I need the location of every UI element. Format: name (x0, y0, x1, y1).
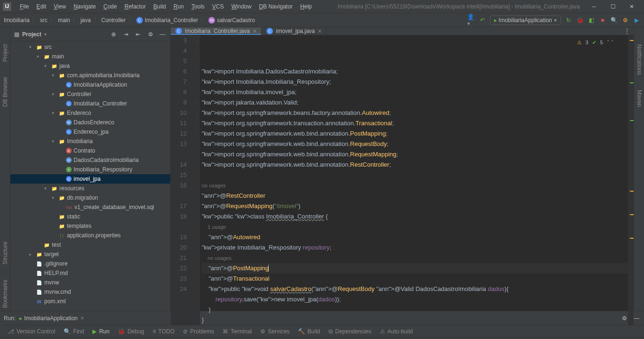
tree-item[interactable]: 📁templates (10, 221, 170, 231)
window-title: Imobiliaria [C:\Users\55219\Downloads\Wo… (338, 3, 585, 10)
menu-db-navigator[interactable]: DB Navigator (255, 3, 296, 10)
crumb-java[interactable]: java (81, 17, 91, 24)
project-panel: ▦ Project ▾ ⊕ ⇥ ⇤ ⚙ — ▾📁src▾📁main▾📁java▾… (10, 27, 171, 311)
bottom-tab-find[interactable]: 🔍Find (60, 325, 88, 337)
maximize-button[interactable]: ☐ (603, 0, 622, 13)
user-icon[interactable]: 👤▾ (467, 16, 475, 24)
tool-window-bookmarks[interactable]: Bookmarks (2, 277, 8, 311)
tree-item[interactable]: Cimovel_jpa (10, 174, 170, 184)
search-icon[interactable]: 🔍 (610, 16, 618, 24)
tool-window-structure[interactable]: Structure (2, 239, 8, 267)
panel-hide-icon[interactable]: — (159, 31, 166, 38)
tree-item[interactable]: ▾📁com.apiimobiliaria.Imobiliaria (10, 71, 170, 80)
tree-item[interactable]: CEndereco_jpa (10, 127, 170, 137)
bottom-tab-problems[interactable]: ⊘Problems (179, 325, 218, 337)
menu-tools[interactable]: Tools (188, 3, 208, 10)
bottom-tab-run[interactable]: ▶Run (89, 325, 113, 337)
run-config-selector[interactable]: ▸ ImobiliariaApplication ▾ (490, 16, 561, 25)
tree-item[interactable]: RDadosEndereco (10, 118, 170, 127)
menu-build[interactable]: Build (149, 3, 170, 10)
play-icon[interactable]: ▶ (633, 16, 640, 24)
tabs-menu-icon[interactable]: ⋮ (620, 27, 634, 35)
tree-item[interactable]: ▸📁target (10, 250, 170, 259)
bottom-tab-version-control[interactable]: ⎇Version Control (4, 325, 59, 337)
coverage-icon[interactable]: ◧ (587, 16, 595, 24)
crumb-imobiliaria[interactable]: Imobiliaria (4, 17, 30, 24)
menu-refactor[interactable]: Refactor (121, 3, 149, 10)
project-tree[interactable]: ▾📁src▾📁main▾📁java▾📁com.apiimobiliaria.Im… (10, 41, 170, 311)
tree-item[interactable]: 📄mvnw.cmd (10, 287, 170, 297)
tool-window-db-browser[interactable]: DB Browser (2, 74, 8, 110)
tree-item[interactable]: 📄mvnw (10, 278, 170, 287)
tree-item[interactable]: mpom.xml (10, 297, 170, 306)
panel-settings-icon[interactable]: ⚙ (147, 31, 154, 38)
marker-strip[interactable] (628, 35, 634, 325)
tool-window-notifications[interactable]: Notifications (636, 41, 643, 78)
menu-file[interactable]: File (16, 3, 33, 10)
tree-item[interactable]: RDadosCadastroImobiliaria (10, 155, 170, 165)
menu-bar: IJ FileEditViewNavigateCodeRefactorBuild… (0, 0, 644, 13)
tree-item[interactable]: 📄.gitignore (10, 259, 170, 268)
tab-close-icon[interactable]: × (253, 27, 256, 35)
undo-icon[interactable]: ↶ (479, 16, 486, 24)
debug-icon[interactable]: 🐞 (576, 16, 584, 24)
project-panel-title[interactable]: ▦ Project ▾ (14, 31, 47, 38)
tool-window-maven[interactable]: Maven (636, 87, 643, 110)
tree-item[interactable]: 📄HELP.md (10, 268, 170, 278)
tree-item[interactable]: SQLv1_create_database_imovel.sql (10, 202, 170, 212)
tree-item[interactable]: ▾📁src (10, 42, 170, 52)
collapse-icon[interactable]: ⇤ (134, 31, 142, 38)
menu-window[interactable]: Window (228, 3, 256, 10)
tool-window-project[interactable]: Project (2, 41, 8, 65)
menu-run[interactable]: Run (170, 3, 188, 10)
menu-code[interactable]: Code (99, 3, 121, 10)
minimize-button[interactable]: ─ (585, 0, 603, 13)
tree-item[interactable]: ▾📁Controller (10, 89, 170, 99)
bottom-tab-todo[interactable]: ≡TODO (149, 325, 178, 337)
menu-edit[interactable]: Edit (33, 3, 50, 10)
tree-item[interactable]: ▾📁Endereco (10, 108, 170, 118)
tree-item[interactable]: 📁test (10, 240, 170, 250)
bottom-tab-dependencies[interactable]: ⧉Dependencies (325, 325, 375, 337)
close-button[interactable]: ✕ (622, 0, 641, 13)
tree-item[interactable]: ▾📁main (10, 52, 170, 61)
run-panel-close-icon[interactable]: × (81, 315, 84, 322)
right-tool-strip: Notifications Maven (634, 27, 644, 311)
tree-item[interactable]: ▾📁db.migration (10, 193, 170, 202)
crumb-imobiliaria_controller[interactable]: CImobiliaria_Controller (136, 17, 198, 24)
tree-item[interactable]: CImobiliariaApplication (10, 80, 170, 89)
bottom-tab-terminal[interactable]: ⌘Terminal (219, 325, 256, 337)
run-icon[interactable]: ↻ (565, 16, 572, 24)
code-editor[interactable]: ⚠3 ✔5 ˄ ˅ "kw">import Imobiliaria.DadosC… (200, 35, 628, 325)
bottom-tab-debug[interactable]: 🐞Debug (114, 325, 148, 337)
tab-close-icon[interactable]: × (318, 27, 322, 35)
bottom-tab-auto-build[interactable]: ⚠Auto-build (376, 325, 417, 337)
locate-icon[interactable]: ⊕ (110, 31, 117, 38)
menu-help[interactable]: Help (297, 3, 316, 10)
tree-item[interactable]: ▾📁Imobiliaria (10, 137, 170, 146)
tree-item[interactable]: ⫶⫶application.properties (10, 231, 170, 240)
run-panel-hide-icon[interactable]: — (633, 315, 640, 322)
fold-gutter[interactable]: -- - ---- (194, 35, 200, 325)
tree-item[interactable]: CImobiliaria_Controller (10, 99, 170, 108)
settings-icon[interactable]: ⚙ (621, 16, 629, 24)
menu-vcs[interactable]: VCS (208, 3, 228, 10)
problems-badge[interactable]: ⚠3 ✔5 ˄ ˅ (577, 37, 614, 48)
menu-navigate[interactable]: Navigate (70, 3, 99, 10)
tree-item[interactable]: ▾📁java (10, 61, 170, 71)
stop-icon[interactable]: ■ (599, 16, 606, 24)
bottom-tab-services[interactable]: ⚙Services (256, 325, 293, 337)
crumb-src[interactable]: src (40, 17, 48, 24)
editor-tab[interactable]: CImobiliaria_Controller.java× (171, 27, 262, 35)
crumb-main[interactable]: main (58, 17, 70, 24)
crumb-salvarcadastro[interactable]: msalvarCadastro (208, 17, 255, 24)
expand-icon[interactable]: ⇥ (122, 31, 130, 38)
tree-item[interactable]: IImobiliaria_Respository (10, 165, 170, 174)
menu-view[interactable]: View (50, 3, 70, 10)
bottom-tab-build[interactable]: 🔨Build (294, 325, 324, 337)
tree-item[interactable]: EContrato (10, 146, 170, 155)
tree-item[interactable]: ▾📁resources (10, 184, 170, 193)
editor-tab[interactable]: Cimovel_jpa.java× (262, 27, 327, 35)
tree-item[interactable]: 📁static (10, 212, 170, 221)
crumb-controller[interactable]: Controller (101, 17, 126, 24)
